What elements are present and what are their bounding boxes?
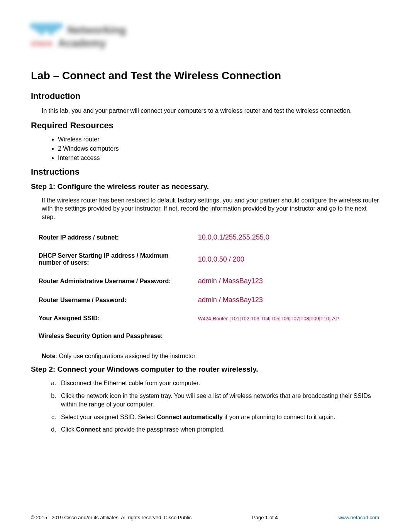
list-item: Disconnect the Ethernet cable from your …	[58, 379, 379, 388]
config-label: Wireless Security Option and Passphrase:	[33, 329, 190, 343]
intro-heading: Introduction	[31, 91, 379, 101]
config-label: Your Assigned SSID:	[33, 311, 190, 326]
list-item: Select your assigned SSID. Select Connec…	[58, 413, 379, 422]
table-row: DHCP Server Starting IP address / Maximu…	[33, 248, 377, 270]
config-table: Router IP address / subnet: 10.0.0.1/255…	[31, 226, 379, 347]
config-value	[193, 329, 377, 343]
config-label: Router Username / Password:	[33, 292, 190, 308]
list-item: Click the network icon in the system tra…	[58, 392, 379, 409]
table-row: Router Administrative Username / Passwor…	[33, 273, 377, 289]
table-row: Router IP address / subnet: 10.0.0.1/255…	[33, 229, 377, 245]
note-label: Note	[42, 353, 56, 359]
footer-link[interactable]: www.netacad.com	[339, 515, 380, 520]
logo-top-word: Networking	[67, 24, 126, 36]
step1-text: If the wireless router has been restored…	[31, 196, 379, 221]
list-item: Click Connect and provide the passphrase…	[58, 425, 379, 434]
list-item: 2 Windows computers	[58, 145, 379, 152]
list-item: Internet access	[58, 155, 379, 161]
step-text-bold: Connect	[76, 426, 101, 433]
step-text-before: Select your assigned SSID. Select	[61, 414, 157, 420]
config-value: 10.0.0.1/255.255.255.0	[193, 229, 377, 245]
config-value: 10.0.0.50 / 200	[193, 248, 377, 270]
step-text-after: and provide the passphrase when prompted…	[101, 426, 225, 433]
list-item: Wireless router	[58, 136, 379, 143]
config-label: Router IP address / subnet:	[33, 229, 190, 245]
logo-brand: cisco	[31, 39, 53, 48]
footer-page: Page 1 of 4	[252, 515, 278, 520]
note-text: : Only use configurations assigned by th…	[56, 353, 197, 359]
step-text-before: Click	[61, 426, 76, 433]
step1-note: Note: Only use configurations assigned b…	[31, 353, 379, 360]
page-footer: © 2015 - 2019 Cisco and/or its affiliate…	[31, 515, 379, 520]
config-label: Router Administrative Username / Passwor…	[33, 273, 190, 289]
brand-logo: Networking cisco Academy	[31, 23, 147, 58]
step1-heading: Step 1: Configure the wireless router as…	[31, 182, 379, 191]
config-value: admin / MassBay123	[193, 292, 377, 308]
resources-list: Wireless router 2 Windows computers Inte…	[31, 136, 379, 161]
resources-heading: Required Resources	[31, 121, 379, 131]
step2-heading: Step 2: Connect your Windows computer to…	[31, 365, 379, 374]
step-text-after: if you are planning to connect to it aga…	[223, 414, 335, 420]
page-title: Lab – Connect and Test the Wireless Conn…	[31, 70, 379, 82]
table-row: Wireless Security Option and Passphrase:	[33, 329, 377, 343]
config-label: DHCP Server Starting IP address / Maximu…	[33, 248, 190, 270]
step-text-bold: Connect automatically	[157, 414, 223, 420]
step2-list: Disconnect the Ethernet cable from your …	[31, 379, 379, 434]
table-row: Your Assigned SSID: W424-Router-[T01|T02…	[33, 311, 377, 326]
instructions-heading: Instructions	[31, 167, 379, 177]
step-text: Disconnect the Ethernet cable from your …	[61, 380, 200, 386]
config-value: admin / MassBay123	[193, 273, 377, 289]
footer-copyright: © 2015 - 2019 Cisco and/or its affiliate…	[31, 515, 191, 520]
table-row: Router Username / Password: admin / Mass…	[33, 292, 377, 308]
intro-text: In this lab, you and your partner will c…	[31, 107, 379, 115]
config-value: W424-Router-[T01|T02|T03|T04|T05|T06|T07…	[193, 311, 377, 326]
logo-bottom-word: Academy	[58, 37, 106, 49]
step-text: Click the network icon in the system tra…	[61, 393, 371, 408]
